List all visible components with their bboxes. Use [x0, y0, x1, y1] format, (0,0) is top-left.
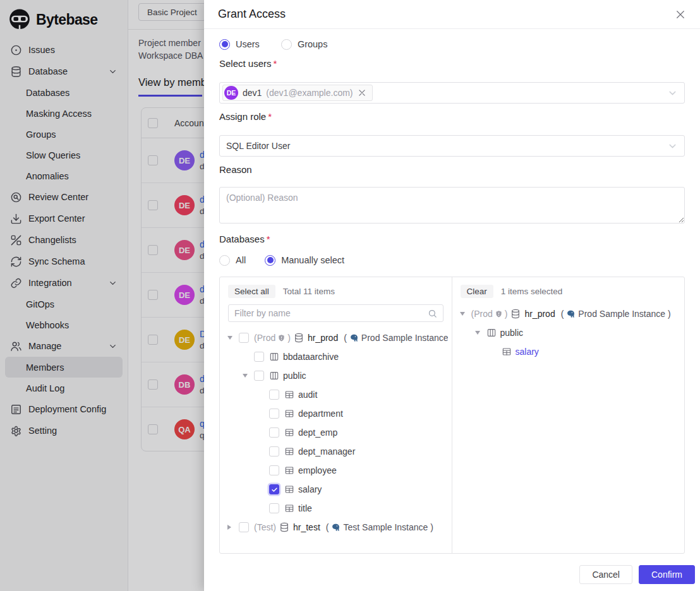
- assign-role-label: Assign role*: [219, 111, 685, 124]
- tree-node-label[interactable]: dept_emp: [298, 427, 337, 438]
- tree-checkbox[interactable]: [254, 371, 264, 381]
- shield-icon: [277, 334, 286, 342]
- radio-groups[interactable]: Groups: [281, 39, 328, 50]
- environment-tag: (Prod): [254, 333, 291, 343]
- reason-label: Reason: [219, 164, 685, 177]
- cancel-button[interactable]: Cancel: [579, 565, 632, 584]
- tree-checkbox[interactable]: [239, 333, 249, 343]
- caret-down-icon[interactable]: [243, 374, 254, 378]
- radio-manually-select[interactable]: Manually select: [265, 255, 344, 266]
- user-chip-avatar: DE: [224, 86, 238, 100]
- filter-input-wrapper: [228, 304, 444, 322]
- tree-node-label[interactable]: hr_prod: [524, 309, 555, 319]
- app-root: Bytebase IssuesDatabaseDatabasesMasking …: [0, 0, 700, 591]
- tree-node-label[interactable]: hr_prod: [308, 333, 338, 343]
- tree-row: title: [224, 499, 448, 518]
- table-icon: [284, 465, 294, 475]
- reason-textarea[interactable]: [219, 187, 685, 224]
- remove-user-icon[interactable]: [358, 88, 366, 97]
- radio-groups-control[interactable]: [281, 39, 292, 50]
- tree-checkbox[interactable]: [269, 465, 279, 475]
- tree-node-label[interactable]: public: [500, 328, 524, 338]
- clear-button[interactable]: Clear: [461, 285, 493, 298]
- modal-header: Grant Access: [204, 0, 700, 29]
- tree-checkbox[interactable]: [269, 390, 279, 400]
- user-chip: DE dev1 (dev1@example.com): [222, 85, 373, 101]
- target-tree: (Prod)hr_prod(Prod Sample Instance)publi…: [456, 304, 681, 361]
- tree-row: (Prod)hr_prod(Prod Sample Instance): [456, 304, 681, 323]
- tree-row: public: [224, 366, 448, 385]
- confirm-button[interactable]: Confirm: [639, 565, 695, 584]
- tree-node-label[interactable]: department: [298, 409, 343, 419]
- tree-checkbox[interactable]: [269, 427, 279, 438]
- instance-tag: (Prod Sample Instance): [344, 333, 447, 343]
- caret-down-icon[interactable]: [460, 312, 471, 316]
- radio-manually-select-label: Manually select: [281, 255, 344, 265]
- tree-node-label[interactable]: bbdataarchive: [283, 352, 339, 362]
- assign-role-select[interactable]: SQL Editor User: [219, 135, 685, 157]
- selected-items-count: 1 items selected: [501, 287, 563, 296]
- tree-checkbox[interactable]: [239, 522, 249, 532]
- radio-manually-select-control[interactable]: [265, 255, 275, 266]
- tree-checkbox[interactable]: [269, 446, 279, 457]
- tree-row: employee: [224, 461, 448, 480]
- environment-tag: (Test): [254, 522, 276, 532]
- caret-down-icon[interactable]: [475, 331, 486, 335]
- table-icon: [284, 446, 294, 457]
- database-icon: [510, 309, 521, 319]
- tree-node-label[interactable]: hr_test: [293, 522, 320, 532]
- tree-row: salary: [224, 480, 448, 499]
- required-asterisk: *: [267, 234, 270, 244]
- engine-postgres-icon: [331, 523, 341, 532]
- database-transfer: Select all Total 11 items (Prod)hr_prod(…: [219, 277, 685, 554]
- modal-body: Users Groups Select users* DE dev1 (dev1…: [204, 29, 700, 591]
- filter-by-name-input[interactable]: [234, 308, 428, 318]
- radio-users[interactable]: Users: [219, 39, 260, 50]
- select-users-input[interactable]: DE dev1 (dev1@example.com): [219, 82, 685, 104]
- shield-icon: [495, 310, 503, 318]
- schema-icon: [269, 352, 279, 362]
- table-icon: [284, 484, 294, 494]
- grant-access-modal: Grant Access Users Groups Select users*: [204, 0, 700, 591]
- tree-row: salary: [456, 342, 681, 361]
- caret-down-icon[interactable]: [227, 336, 239, 340]
- user-chip-name: dev1: [243, 88, 262, 98]
- database-icon: [294, 333, 304, 343]
- select-users-label: Select users*: [219, 58, 685, 71]
- source-tree: (Prod)hr_prod(Prod Sample Instance)bbdat…: [224, 328, 448, 537]
- total-items-count: Total 11 items: [283, 287, 335, 296]
- tree-node-label[interactable]: dept_manager: [298, 446, 355, 457]
- tree-checkbox[interactable]: [254, 352, 264, 362]
- close-icon[interactable]: [675, 9, 686, 20]
- caret-right-icon[interactable]: [227, 525, 239, 530]
- tree-row: public: [456, 323, 681, 342]
- tree-node-label[interactable]: public: [283, 371, 306, 381]
- tree-checkbox[interactable]: [269, 484, 279, 494]
- tree-row: audit: [224, 385, 448, 404]
- tree-node-label[interactable]: title: [298, 503, 312, 513]
- table-icon: [284, 409, 294, 419]
- tree-row: dept_emp: [224, 423, 448, 442]
- table-icon: [502, 347, 512, 357]
- transfer-source-header: Select all Total 11 items: [224, 284, 448, 299]
- user-chip-email: (dev1@example.com): [266, 88, 353, 98]
- select-all-button[interactable]: Select all: [228, 285, 275, 298]
- member-type-radio-group: Users Groups: [219, 38, 685, 51]
- radio-all-databases[interactable]: All: [219, 255, 246, 266]
- tree-node-label[interactable]: salary: [298, 484, 322, 494]
- search-icon: [428, 309, 437, 318]
- radio-all-control[interactable]: [219, 255, 230, 266]
- modal-title: Grant Access: [218, 8, 286, 21]
- tree-node-label[interactable]: salary: [516, 347, 539, 357]
- tree-checkbox[interactable]: [269, 503, 279, 513]
- tree-node-label[interactable]: audit: [298, 390, 317, 400]
- transfer-source-panel: Select all Total 11 items (Prod)hr_prod(…: [220, 277, 452, 553]
- tree-row: (Test)hr_test(Test Sample Instance): [224, 518, 448, 537]
- radio-users-control[interactable]: [219, 39, 230, 50]
- radio-all-label: All: [236, 255, 246, 265]
- databases-label: Databases*: [219, 234, 685, 246]
- tree-node-label[interactable]: employee: [298, 465, 337, 475]
- schema-icon: [486, 328, 497, 338]
- required-asterisk: *: [274, 58, 277, 69]
- tree-checkbox[interactable]: [269, 409, 279, 419]
